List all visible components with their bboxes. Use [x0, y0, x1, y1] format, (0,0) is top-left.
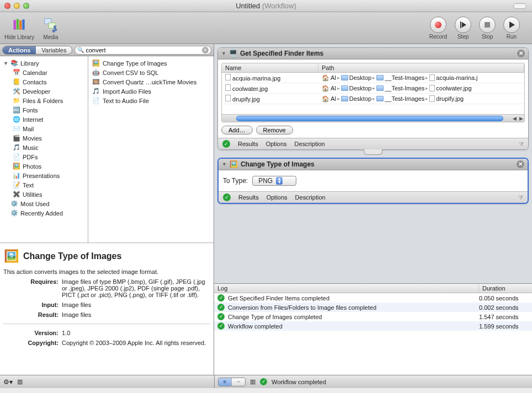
- library-tree[interactable]: ▼ 📚 Library 📅Calendar 📒Contacts 🛠️Develo…: [0, 56, 88, 243]
- tab-actions[interactable]: Actions: [3, 46, 36, 54]
- description-tab[interactable]: Description: [295, 194, 326, 201]
- action-quartz[interactable]: 🎞️Convert Quartz …uickTime Movies: [88, 77, 214, 87]
- description-tab[interactable]: Description: [295, 141, 325, 147]
- scrollbar-thumb[interactable]: [236, 116, 503, 121]
- table-row[interactable]: coolwater.jpg🏠 Al ▸ Desktop ▸ __Test-Ima…: [222, 83, 524, 94]
- view-flow-button[interactable]: ⎓: [232, 378, 245, 386]
- library-item-calendar[interactable]: 📅Calendar: [0, 68, 88, 77]
- log-row[interactable]: ✓Workflow completed1.599 seconds: [214, 321, 532, 331]
- disclosure-icon[interactable]: ▼: [3, 61, 8, 66]
- options-tab[interactable]: Options: [267, 194, 288, 201]
- view-mode-segment[interactable]: ≡ ⎓: [218, 378, 246, 386]
- log-rows[interactable]: ✓Get Specified Finder Items completed0.0…: [214, 293, 532, 375]
- library-item-pdfs[interactable]: 📄PDFs: [0, 152, 88, 161]
- text-icon: 📝: [12, 181, 20, 189]
- folder-icon: [376, 85, 384, 91]
- to-type-popup[interactable]: PNG ▲▼: [252, 176, 296, 186]
- preview-icon: 🖼️: [92, 59, 100, 67]
- search-box[interactable]: 🔍 ✕: [75, 46, 211, 55]
- smart-folder-icon: ⚙️: [10, 209, 18, 217]
- library-recently-added[interactable]: ⚙️Recently Added: [0, 208, 88, 218]
- itunes-icon: 🎵: [92, 87, 100, 95]
- results-tab[interactable]: Results: [238, 141, 258, 147]
- folder-icon: [376, 75, 384, 80]
- library-item-contacts[interactable]: 📒Contacts: [0, 77, 88, 87]
- gear-menu-button[interactable]: ⚙︎▾: [3, 378, 13, 386]
- media-button[interactable]: Media: [42, 16, 60, 40]
- resize-grip-icon[interactable]: ⧩: [518, 194, 523, 201]
- finder-items-table[interactable]: Name Path acquia-marina.jpg🏠 Al ▸ Deskto…: [221, 63, 525, 122]
- stop-button[interactable]: Stop: [479, 17, 496, 40]
- library-item-internet[interactable]: 🌐Internet: [0, 115, 88, 124]
- library-item-movies[interactable]: 🎬Movies: [0, 133, 88, 143]
- status-ok-icon: ✓: [222, 140, 230, 148]
- horizontal-scrollbar[interactable]: ◀ ▶: [222, 114, 524, 122]
- scroll-right-arrow-icon[interactable]: ▶: [518, 116, 524, 121]
- toolbar-toggle-pill[interactable]: [513, 3, 526, 9]
- library-item-utilities[interactable]: ✖️Utilities: [0, 190, 88, 199]
- disclosure-icon[interactable]: ▼: [222, 161, 227, 167]
- action-text-audio[interactable]: 📄Text to Audio File: [88, 96, 214, 105]
- clear-search-button[interactable]: ✕: [202, 47, 209, 53]
- log-row[interactable]: ✓Change Type of Images completed1.547 se…: [214, 312, 532, 321]
- library-item-music[interactable]: 🎵Music: [0, 143, 88, 152]
- library-item-photos[interactable]: 🖼️Photos: [0, 161, 88, 171]
- library-item-text[interactable]: 📝Text: [0, 180, 88, 190]
- library-item-mail[interactable]: ✉️Mail: [0, 124, 88, 133]
- run-button[interactable]: Run: [503, 17, 520, 40]
- action-change-type[interactable]: 🖼️Change Type of Images: [88, 58, 214, 68]
- file-icon: [429, 74, 435, 81]
- log-row[interactable]: ✓Get Specified Finder Items completed0.0…: [214, 293, 532, 303]
- preview-icon: 🖼️: [3, 249, 19, 264]
- record-label: Record: [429, 34, 447, 40]
- close-card-button[interactable]: ✕: [517, 50, 525, 57]
- record-button[interactable]: Record: [429, 17, 447, 40]
- svg-rect-1: [17, 19, 19, 29]
- remove-button[interactable]: Remove: [256, 126, 293, 134]
- card-header[interactable]: ▼ 🖥️ Get Specified Finder Items ✕: [218, 48, 528, 60]
- log-col-log[interactable]: Log: [214, 284, 479, 293]
- search-input[interactable]: [86, 47, 202, 53]
- log-toggle-button[interactable]: ▥: [250, 378, 256, 385]
- scroll-left-arrow-icon[interactable]: ◀: [511, 116, 518, 121]
- action-csv-sql[interactable]: 🤖Convert CSV to SQL: [88, 68, 214, 77]
- workflow-canvas[interactable]: ▼ 🖥️ Get Specified Finder Items ✕ Name P…: [214, 44, 532, 283]
- tab-variables[interactable]: Variables: [36, 46, 72, 54]
- hide-library-button[interactable]: Hide Library: [4, 16, 34, 40]
- library-icon: [10, 16, 28, 34]
- panel-toggle-button[interactable]: ▥: [17, 378, 23, 385]
- library-most-used[interactable]: ⚙️Most Used: [0, 199, 88, 208]
- col-path-header[interactable]: Path: [318, 63, 524, 72]
- quicktime-icon: 🎞️: [92, 78, 100, 86]
- table-row[interactable]: acquia-marina.jpg🏠 Al ▸ Desktop ▸ __Test…: [222, 73, 524, 83]
- card-footer: ✓ Results Options Description ⧩: [218, 138, 528, 149]
- view-list-button[interactable]: ≡: [219, 378, 232, 386]
- add-button[interactable]: Add…: [221, 126, 253, 134]
- close-card-button[interactable]: ✕: [517, 160, 524, 168]
- table-row[interactable]: drupify.jpg🏠 Al ▸ Desktop ▸ __Test-Image…: [222, 94, 524, 104]
- library-item-developer[interactable]: 🛠️Developer: [0, 87, 88, 96]
- to-type-value: PNG: [258, 177, 273, 185]
- library-tabs[interactable]: Actions Variables: [2, 46, 72, 55]
- action-card-change-type[interactable]: ▼ 🖼️ Change Type of Images ✕ To Type: PN…: [217, 158, 529, 204]
- card-header[interactable]: ▼ 🖼️ Change Type of Images ✕: [219, 159, 528, 170]
- action-import-audio[interactable]: 🎵Import Audio Files: [88, 87, 214, 96]
- library-root[interactable]: ▼ 📚 Library: [0, 58, 88, 68]
- results-tab[interactable]: Results: [238, 194, 259, 201]
- step-button[interactable]: Step: [455, 17, 471, 40]
- output-connector[interactable]: [364, 149, 382, 155]
- col-name-header[interactable]: Name: [222, 63, 318, 72]
- actions-list[interactable]: 🖼️Change Type of Images 🤖Convert CSV to …: [88, 56, 214, 243]
- library-item-files[interactable]: 📁Files & Folders: [0, 96, 88, 105]
- log-col-duration[interactable]: Duration: [479, 284, 532, 293]
- status-message: Workflow completed: [272, 379, 326, 385]
- fonts-icon: 🔤: [12, 106, 20, 114]
- log-row[interactable]: ✓Conversion from Files/Folders to Image …: [214, 303, 532, 312]
- window-titlebar: Untitled (Workflow): [0, 0, 532, 12]
- options-tab[interactable]: Options: [266, 141, 287, 147]
- disclosure-icon[interactable]: ▼: [221, 51, 226, 56]
- resize-grip-icon[interactable]: ⧩: [519, 141, 524, 148]
- action-card-finder-items[interactable]: ▼ 🖥️ Get Specified Finder Items ✕ Name P…: [217, 47, 529, 150]
- library-item-fonts[interactable]: 🔤Fonts: [0, 105, 88, 115]
- library-item-presentations[interactable]: 📊Presentations: [0, 171, 88, 180]
